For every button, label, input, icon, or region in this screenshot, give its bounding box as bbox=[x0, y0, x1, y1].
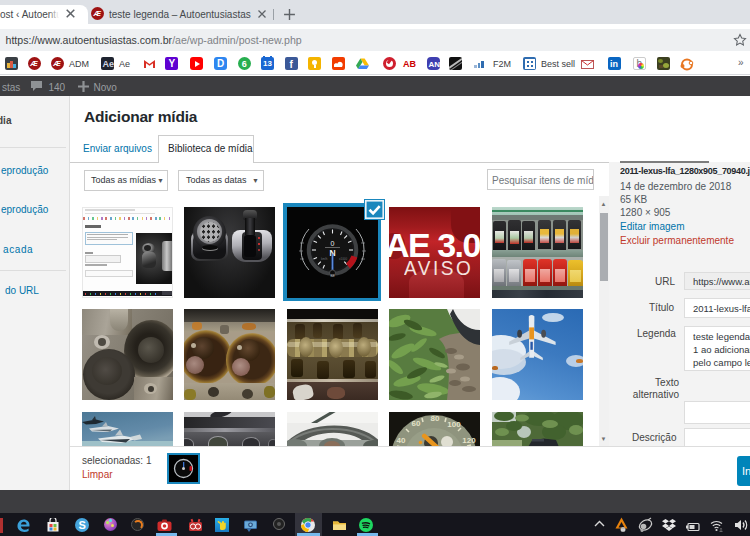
svg-text:40: 40 bbox=[397, 436, 406, 445]
svg-text:km/h: km/h bbox=[321, 257, 328, 261]
svg-text:100: 100 bbox=[447, 420, 461, 429]
svg-text:120: 120 bbox=[462, 436, 476, 445]
svg-text:88: 88 bbox=[330, 273, 334, 277]
svg-text:80: 80 bbox=[431, 414, 440, 423]
svg-text:x1000: x1000 bbox=[339, 256, 348, 260]
svg-text:0: 0 bbox=[330, 239, 334, 246]
svg-text:60: 60 bbox=[412, 419, 421, 428]
